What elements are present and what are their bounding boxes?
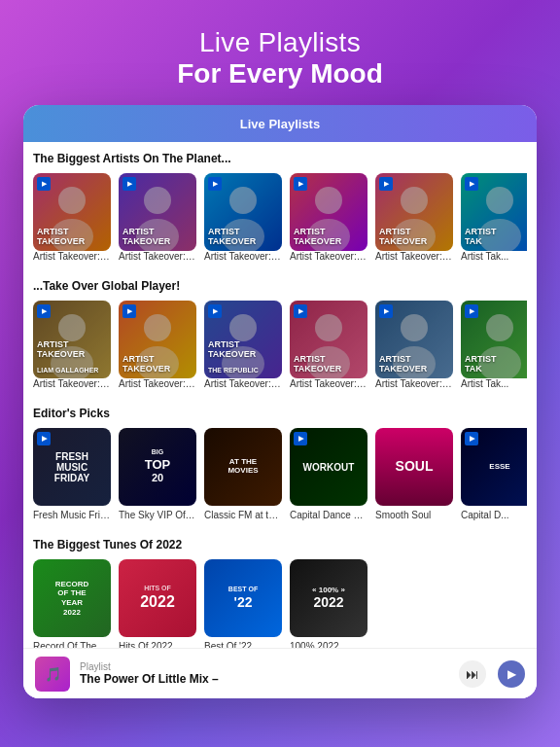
station-logo-icon	[37, 304, 51, 318]
station-logo-icon	[379, 177, 393, 191]
row-biggest-tunes[interactable]: RECORDOF THEYEAR2022 Record Of The Year.…	[33, 559, 527, 648]
row-editors-picks[interactable]: FRESHMUSICFRIDAY Fresh Music Friday BIG …	[33, 428, 527, 524]
playlist-label: 100% 2022	[290, 641, 368, 648]
section-editors-picks: Editor's Picks FRESHMUSICFRIDAY Fresh Mu…	[23, 397, 537, 528]
list-item[interactable]: ARTISTTAKEOVER Artist Takeover: Je...	[290, 301, 368, 389]
player-controls: ⏭ ▶	[459, 660, 525, 688]
playlist-label: Fresh Music Friday	[33, 510, 111, 520]
section-global-player: ...Take Over Global Player! ARTISTTAKEOV…	[23, 269, 537, 397]
station-logo-icon	[122, 177, 136, 191]
station-logo-icon	[37, 177, 51, 191]
player-type: Playlist	[80, 661, 449, 672]
list-item[interactable]: RECORDOF THEYEAR2022 Record Of The Year.…	[33, 559, 111, 648]
section-biggest-artists: The Biggest Artists On The Planet... ART…	[23, 142, 537, 269]
next-button[interactable]: ⏭	[459, 660, 486, 688]
list-item[interactable]: ARTISTTAKEOVERTHE REPUBLIC Artist Takeov…	[204, 301, 282, 389]
station-logo-icon	[208, 304, 222, 318]
header-section: Live Playlists For Every Mood	[0, 0, 560, 105]
list-item[interactable]: HITS OF 2022 Hits Of 2022	[119, 559, 196, 648]
list-item[interactable]: WORKOUT Capital Dance Wor...	[290, 428, 368, 520]
list-item[interactable]: ARTISTTAK Artist Tak...	[461, 301, 527, 389]
playlist-label: Artist Takeover: C...	[33, 251, 111, 262]
playlist-label: Artist Takeover: Ta...	[290, 251, 368, 262]
station-logo-icon	[208, 177, 222, 191]
playlist-label: Capital Dance Wor...	[290, 510, 368, 520]
card-body[interactable]: The Biggest Artists On The Planet... ART…	[23, 142, 537, 648]
player-bar: 🎵 Playlist The Power Of Little Mix – ⏭ ▶	[23, 648, 537, 698]
card-header: Live Playlists	[23, 105, 537, 142]
section-title-global: ...Take Over Global Player!	[33, 279, 527, 293]
station-logo-icon	[294, 304, 307, 318]
section-title-editors: Editor's Picks	[33, 407, 527, 420]
playlist-label: Artist Takeover: O...	[204, 378, 282, 389]
playlist-label: The Sky VIP Offici...	[119, 510, 196, 520]
header-line1: Live Playlists	[19, 27, 541, 58]
playlist-label: Artist Takeover: Fr...	[119, 378, 196, 389]
playlist-label: Artist Takeover: Be...	[375, 378, 453, 389]
station-logo-icon	[379, 304, 393, 318]
list-item[interactable]: ARTISTTAKEOVER Artist Takeover: Ta...	[290, 173, 368, 262]
station-logo-icon	[294, 432, 307, 445]
playlist-label: Artist Takeover: Oli...	[119, 251, 196, 262]
card-header-label: Live Playlists	[240, 117, 320, 131]
playlist-label: Record Of The Year...	[33, 641, 111, 648]
list-item[interactable]: AT THEMOVIES Classic FM at the...	[204, 428, 282, 520]
station-logo-icon	[465, 177, 478, 191]
header-line2: For Every Mood	[19, 58, 541, 89]
list-item[interactable]: BEST OF '22 Best Of '22	[204, 559, 282, 648]
list-item[interactable]: ARTISTTAKEOVER Artist Takeover: Fr...	[119, 301, 196, 389]
list-item[interactable]: ARTISTTAKEOVER Artist Takeover: Be...	[375, 301, 453, 389]
playlist-label: Smooth Soul	[375, 510, 453, 520]
list-item[interactable]: ARTISTTAKEOVER Artist Takeover: Oli...	[119, 173, 196, 262]
list-item[interactable]: ARTISTTAKEOVER Artist Takeover: Jo...	[204, 173, 282, 262]
app-card: Live Playlists The Biggest Artists On Th…	[23, 105, 537, 698]
list-item[interactable]: ARTISTTAKEOVER Artist Takeover: C...	[33, 173, 111, 262]
playlist-label: Artist Takeover: Je...	[290, 378, 368, 389]
playlist-label: Best Of '22	[204, 641, 282, 648]
list-item[interactable]: BIG TOP 20 The Sky VIP Offici...	[119, 428, 196, 520]
play-button[interactable]: ▶	[498, 660, 525, 688]
list-item[interactable]: FRESHMUSICFRIDAY Fresh Music Friday	[33, 428, 111, 520]
station-logo-icon	[465, 304, 478, 318]
list-item[interactable]: ARTISTTAKEOVERLIAM GALLAGHER Artist Take…	[33, 301, 111, 389]
list-item[interactable]: ARTISTTAKEOVER Artist Takeover: Ra...	[375, 173, 453, 262]
playlist-label: Artist Tak...	[461, 251, 527, 262]
station-logo-icon	[294, 177, 307, 191]
list-item[interactable]: ARTISTTAK Artist Tak...	[461, 173, 527, 262]
list-item[interactable]: « 100% » 2022 100% 2022	[290, 559, 368, 648]
section-title-biggest: The Biggest Artists On The Planet...	[33, 152, 527, 165]
playlist-label: Artist Takeover: Li...	[33, 378, 111, 389]
player-info: Playlist The Power Of Little Mix –	[80, 661, 449, 686]
playlist-label: Artist Takeover: Jo...	[204, 251, 282, 262]
playlist-label: Classic FM at the...	[204, 510, 282, 520]
station-logo-icon	[37, 432, 51, 445]
playlist-label: Artist Takeover: Ra...	[375, 251, 453, 262]
playlist-label: Artist Tak...	[461, 378, 527, 389]
playlist-label: Hits Of 2022	[119, 641, 196, 648]
station-logo-icon	[465, 432, 478, 445]
section-biggest-tunes: The Biggest Tunes Of 2022 RECORDOF THEYE…	[23, 528, 537, 648]
player-thumbnail: 🎵	[35, 657, 70, 692]
list-item[interactable]: SOUL Smooth Soul	[375, 428, 453, 520]
player-song: The Power Of Little Mix –	[80, 672, 449, 686]
station-logo-icon	[122, 304, 136, 318]
row-biggest-artists[interactable]: ARTISTTAKEOVER Artist Takeover: C... ART…	[33, 173, 527, 266]
playlist-label: Capital D...	[461, 510, 527, 520]
list-item[interactable]: ESSE Capital D...	[461, 428, 527, 520]
row-global-player[interactable]: ARTISTTAKEOVERLIAM GALLAGHER Artist Take…	[33, 301, 527, 393]
section-title-tunes: The Biggest Tunes Of 2022	[33, 538, 527, 551]
